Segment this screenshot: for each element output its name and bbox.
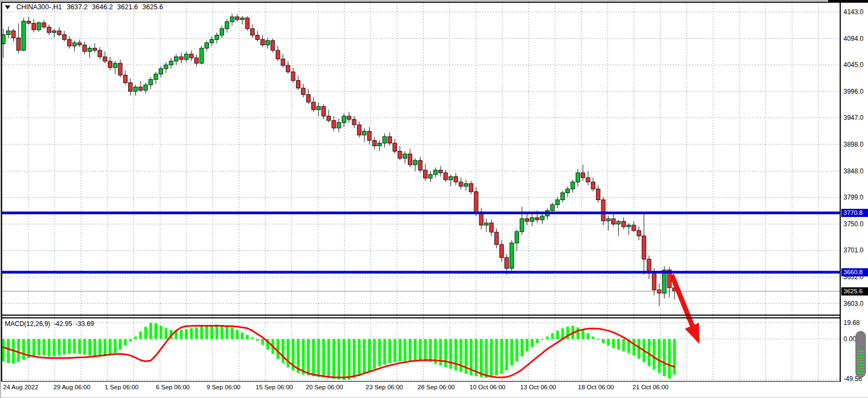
resistance-price-tag: 3770.8 xyxy=(841,209,868,217)
chart-canvas[interactable] xyxy=(0,0,868,398)
last-price-tag: 3625.6 xyxy=(841,287,868,296)
support-price-tag: 3660.8 xyxy=(841,268,868,276)
price-axis-label: 3701.0 xyxy=(843,246,864,254)
chart-title-bar: CHINA300-,H1 3637.2 3646.2 3621.6 3625.6 xyxy=(5,3,163,11)
time-axis-label: 18 Oct 06:00 xyxy=(578,384,614,390)
time-axis-label: 28 Sep 06:00 xyxy=(418,384,455,390)
symbol-name: CHINA300-,H1 xyxy=(16,3,62,11)
trend-arrow-annotation[interactable] xyxy=(672,275,700,344)
price-axis-label: 3947.0 xyxy=(843,114,864,122)
horizontal-lines-layer[interactable] xyxy=(2,213,840,272)
panel-separator-bottom[interactable] xyxy=(1,317,840,318)
time-axis-label: 21 Oct 06:00 xyxy=(632,384,668,390)
macd-axis-label: 0.00 xyxy=(843,335,856,343)
macd-value: -42.95 xyxy=(53,320,72,328)
time-axis-label: 15 Sep 06:00 xyxy=(256,384,293,390)
time-axis-label: 24 Aug 2022 xyxy=(3,384,39,390)
macd-name: MACD(12,26,9) xyxy=(5,320,50,328)
window-top-edge xyxy=(0,0,868,1)
price-axis-label: 3996.0 xyxy=(843,88,864,95)
time-axis-label: 13 Oct 06:00 xyxy=(520,384,556,390)
price-axis-label: 4045.0 xyxy=(843,61,864,69)
symbol-dropdown-icon[interactable] xyxy=(5,5,10,9)
macd-indicator-label: MACD(12,26,9) -42.95 -33.69 xyxy=(5,320,94,328)
panel-separator-top[interactable] xyxy=(1,315,840,316)
price-axis-label: 4143.0 xyxy=(843,8,864,16)
top-right-accent xyxy=(828,0,868,3)
price-axis-label: 3898.0 xyxy=(843,141,864,148)
ohlc-open: 3637.2 xyxy=(67,3,87,11)
price-axis-label: 3750.0 xyxy=(843,220,864,228)
chart-top-border xyxy=(1,2,868,3)
price-axis-label: 3799.0 xyxy=(843,194,864,201)
price-axis-label: 3848.0 xyxy=(843,167,864,175)
time-axis-label: 1 Sep 06:00 xyxy=(105,384,138,390)
time-axis-label: 20 Sep 06:00 xyxy=(306,384,343,390)
ohlc-high: 3646.2 xyxy=(92,3,113,11)
chart-left-border xyxy=(1,2,2,382)
time-axis-label: 10 Oct 06:00 xyxy=(469,384,505,390)
macd-histogram-layer xyxy=(2,323,676,380)
scrollbar-stripes xyxy=(857,351,864,376)
time-axis-label: 23 Sep 06:00 xyxy=(366,384,403,390)
time-axis-label: 6 Sep 06:00 xyxy=(156,384,190,390)
candlestick-layer xyxy=(2,14,677,306)
macd-axis-label: 19.68 xyxy=(843,319,860,327)
mt4-chart-window: CHINA300-,H1 3637.2 3646.2 3621.6 3625.6… xyxy=(0,0,868,398)
ohlc-low: 3621.6 xyxy=(117,3,138,11)
macd-signal-value: -33.69 xyxy=(75,320,94,328)
chart-bottom-border xyxy=(1,381,841,382)
gridlines-layer xyxy=(2,3,840,381)
price-axis-label: 4094.0 xyxy=(843,35,864,43)
chart-right-border xyxy=(840,2,841,382)
time-axis-label: 29 Aug 06:00 xyxy=(53,384,91,390)
scrollbar-thumb[interactable] xyxy=(855,331,866,378)
ohlc-close: 3625.6 xyxy=(142,3,163,11)
price-axis-label: 3603.0 xyxy=(843,300,864,307)
time-axis-label: 9 Sep 06:00 xyxy=(207,384,240,390)
